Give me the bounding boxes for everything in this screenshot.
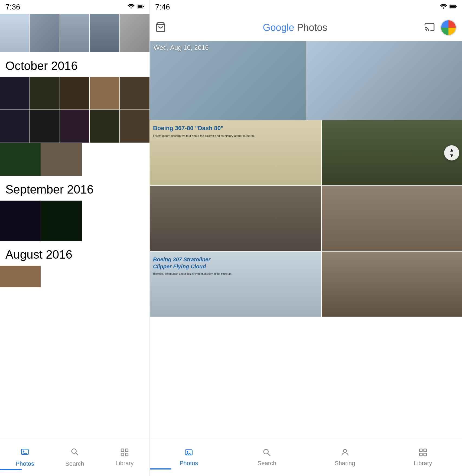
photo-thumb[interactable] [0,266,41,287]
right-search-label: Search [258,460,276,467]
photo-row: Boeing 367-80 "Dash 80" Lorem ipsum desc… [150,120,462,185]
right-photos-label: Photos [180,460,198,467]
nav-item-library[interactable]: Library [100,445,149,469]
left-bottom-nav: Photos Search Library [0,438,149,476]
right-nav-search[interactable]: Search [228,445,306,469]
right-wifi-icon [440,4,447,11]
cast-icon[interactable] [424,22,435,34]
svg-point-4 [23,451,24,452]
photo-thumb[interactable] [90,77,119,110]
photo-thumb[interactable] [0,201,41,241]
left-status-bar: 7:36 [0,0,149,14]
photo-thumb[interactable] [0,14,30,52]
svg-rect-1 [143,6,144,7]
svg-rect-22 [424,449,427,452]
sep-photo-grid [0,201,149,241]
svg-line-19 [268,454,271,456]
svg-point-18 [264,449,268,454]
right-nav-photos[interactable]: Photos [150,445,228,469]
photo-thumb[interactable] [90,14,119,52]
photo-thumb[interactable] [150,186,321,251]
right-phone: 7:46 [150,0,462,476]
right-photos-icon [184,448,193,458]
right-status-bar: 7:46 [150,0,462,14]
right-sharing-icon [340,448,350,458]
search-nav-icon [70,447,79,459]
month-label-october: October 2016 [0,53,149,77]
right-nav-sharing[interactable]: Sharing [306,445,384,469]
svg-rect-13 [450,5,455,8]
right-sharing-label: Sharing [335,460,355,467]
right-library-label: Library [414,460,432,467]
photo-thumb[interactable] [41,143,82,176]
left-time: 7:36 [5,3,20,11]
photo-thumb[interactable] [41,201,82,241]
shop-icon[interactable] [155,22,166,34]
month-label-september: September 2016 [0,176,149,201]
photo-row [150,41,462,120]
svg-rect-9 [121,453,124,456]
nav-item-search[interactable]: Search [50,445,100,470]
photo-thumb[interactable] [0,110,30,143]
right-library-icon [418,448,428,458]
svg-line-6 [76,453,78,455]
photo-thumb[interactable]: Boeing 367-80 "Dash 80" Lorem ipsum desc… [150,120,321,185]
photo-thumb[interactable] [0,77,30,110]
photo-thumb[interactable] [60,14,90,52]
photo-thumb[interactable] [120,14,149,52]
search-nav-label: Search [65,460,84,467]
right-nav-library[interactable]: Library [384,445,462,469]
nav-item-photos[interactable]: Photos [0,445,50,470]
photo-thumb[interactable] [30,110,60,143]
photo-thumb[interactable] [322,186,462,251]
right-header: Google Photos [150,14,462,41]
photo-row [150,186,462,251]
svg-rect-8 [125,449,128,452]
left-wifi-icon [127,4,135,11]
date-label: Wed, Aug 10, 2016 [154,44,209,52]
top-strip-photos [0,14,149,52]
photo-thumb[interactable] [60,110,90,143]
avatar[interactable] [440,20,457,36]
photo-thumb[interactable] [30,14,60,52]
photo-thumb[interactable] [120,77,149,110]
photo-thumb[interactable] [60,77,90,110]
google-photos-logo: Google Photos [263,22,327,33]
photo-thumb[interactable] [306,41,462,120]
left-phone: 7:36 October 201 [0,0,150,476]
month-label-august: August 2016 [0,241,149,266]
svg-rect-23 [419,453,422,456]
right-status-icons [440,4,457,11]
svg-rect-24 [424,453,427,456]
left-battery-icon [137,4,144,11]
photo-row [0,110,149,143]
photo-thumb[interactable]: Boeing 307 StratolinerClipper Flying Clo… [150,252,321,317]
photo-thumb[interactable] [120,110,149,143]
right-nav-active-indicator [150,468,171,469]
left-status-icons [127,4,144,11]
photo-thumb[interactable]: ▲▼ [322,120,462,185]
photo-thumb[interactable] [90,110,119,143]
photo-row [0,143,149,176]
right-photo-scroll[interactable]: Wed, Aug 10, 2016 Boeing 367-80 "Dash 80… [150,41,462,438]
svg-rect-21 [419,449,422,452]
logo-photos: Photos [294,22,327,33]
svg-point-5 [72,449,76,453]
right-bottom-nav: Photos Search Sharing [150,438,462,476]
svg-point-20 [343,449,346,452]
right-battery-icon [450,4,457,11]
photo-thumb[interactable] [30,77,60,110]
photo-thumb[interactable] [150,41,306,120]
photos-nav-label: Photos [16,460,34,467]
photo-thumb[interactable] [322,252,462,317]
library-nav-icon [120,448,129,458]
svg-rect-2 [138,5,142,8]
svg-rect-12 [456,6,457,7]
scroll-indicator[interactable]: ▲▼ [444,145,459,160]
right-search-icon [262,448,271,458]
photos-nav-icon [20,447,30,459]
logo-g: Google [263,22,294,33]
photo-thumb[interactable] [0,143,41,176]
svg-rect-10 [125,453,128,456]
photo-row: Boeing 307 StratolinerClipper Flying Clo… [150,252,462,317]
